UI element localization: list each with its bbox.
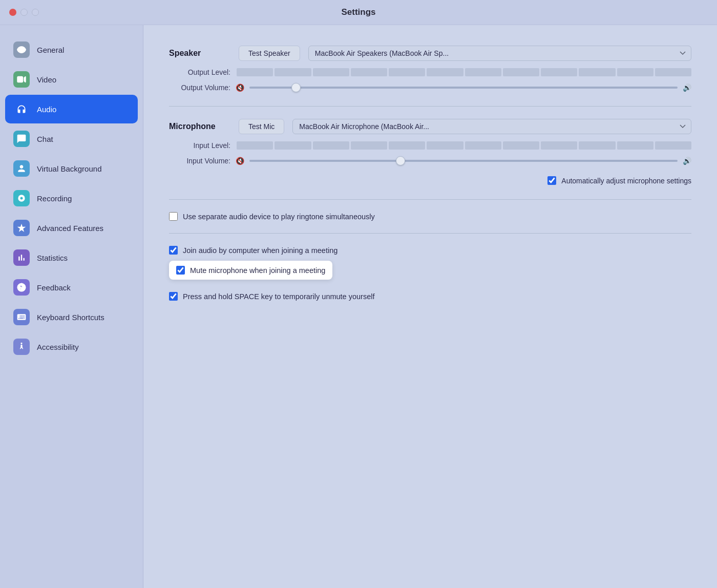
sidebar: General Video Audio [0,25,143,588]
level-seg-11 [617,68,653,76]
mute-mic-highlighted-container: Mute microphone when joining a meeting [169,261,691,286]
microphone-input-level-row: Input Level: [169,141,691,150]
sidebar-label-keyboard-shortcuts: Keyboard Shortcuts [37,313,104,322]
chat-icon [13,131,30,147]
input-volume-label: Input Volume: [169,157,230,165]
sidebar-label-virtual-background: Virtual Background [37,164,101,173]
general-icon [13,41,30,58]
speaker-volume-row: Output Volume: 🔇 🔊 [169,83,691,92]
space-key-checkbox[interactable] [169,292,178,301]
microphone-header: Microphone Test Mic MacBook Air Micropho… [169,119,691,134]
main-layout: General Video Audio [0,25,717,588]
input-seg-11 [617,141,653,150]
volume-high-icon: 🔊 [683,83,691,92]
keyboard-shortcuts-icon [13,309,30,325]
sidebar-label-statistics: Statistics [37,254,68,262]
sidebar-label-accessibility: Accessibility [37,343,79,351]
speaker-label: Speaker [169,49,230,58]
mute-mic-row: Mute microphone when joining a meeting [169,261,332,280]
output-level-label: Output Level: [169,68,230,76]
minimize-button[interactable] [20,9,28,16]
level-seg-1 [237,68,273,76]
audio-icon [13,101,30,117]
traffic-lights [9,9,39,16]
sidebar-item-feedback[interactable]: Feedback [5,273,138,302]
level-seg-10 [579,68,615,76]
sidebar-label-general: General [37,46,64,54]
test-mic-button[interactable]: Test Mic [239,119,284,134]
auto-adjust-checkbox[interactable] [547,176,556,185]
separate-audio-label: Use separate audio device to play ringto… [183,213,375,221]
level-seg-3 [313,68,349,76]
recording-icon [13,190,30,206]
close-button[interactable] [9,9,16,16]
input-seg-6 [427,141,463,150]
test-speaker-button[interactable]: Test Speaker [239,46,300,61]
input-seg-3 [313,141,349,150]
mic-volume-low-icon: 🔇 [236,157,244,165]
title-bar: Settings [0,0,717,25]
sidebar-label-video: Video [37,75,56,84]
level-seg-5 [389,68,425,76]
feedback-icon [13,279,30,296]
sidebar-item-general[interactable]: General [5,35,138,64]
sidebar-item-virtual-background[interactable]: Virtual Background [5,154,138,183]
level-seg-2 [275,68,311,76]
mute-mic-checkbox[interactable] [176,266,185,275]
sidebar-item-advanced-features[interactable]: Advanced Features [5,214,138,242]
speaker-header: Speaker Test Speaker MacBook Air Speaker… [169,46,691,61]
join-audio-checkbox[interactable] [169,246,178,255]
speaker-section: Speaker Test Speaker MacBook Air Speaker… [169,46,691,92]
input-seg-2 [275,141,311,150]
svg-point-1 [20,197,23,200]
sidebar-label-audio: Audio [37,105,56,114]
input-seg-12 [655,141,691,150]
level-seg-12 [655,68,691,76]
maximize-button[interactable] [32,9,39,16]
input-volume-slider[interactable] [249,160,678,162]
sidebar-item-recording[interactable]: Recording [5,184,138,213]
input-level-bar [237,141,691,150]
speaker-device-select[interactable]: MacBook Air Speakers (MacBook Air Sp... [308,46,691,61]
advanced-features-icon [13,220,30,236]
level-seg-8 [503,68,539,76]
output-volume-slider[interactable] [249,87,678,89]
separate-audio-row: Use separate audio device to play ringto… [169,212,691,221]
sidebar-label-chat: Chat [37,135,53,143]
level-seg-7 [465,68,501,76]
input-seg-7 [465,141,501,150]
join-audio-row: Join audio by computer when joining a me… [169,246,691,255]
divider-mic-options [169,199,691,200]
divider-speaker-mic [169,106,691,107]
sidebar-item-chat[interactable]: Chat [5,124,138,153]
sidebar-label-feedback: Feedback [37,283,71,292]
auto-adjust-label: Automatically adjust microphone settings [561,177,691,185]
join-audio-label: Join audio by computer when joining a me… [183,246,338,255]
sidebar-item-accessibility[interactable]: Accessibility [5,332,138,361]
microphone-label: Microphone [169,122,230,131]
auto-adjust-row: Automatically adjust microphone settings [169,176,691,185]
level-seg-6 [427,68,463,76]
space-key-row: Press and hold SPACE key to temporarily … [169,292,691,301]
input-seg-1 [237,141,273,150]
microphone-volume-row: Input Volume: 🔇 🔊 [169,157,691,165]
microphone-device-select[interactable]: MacBook Air Microphone (MacBook Air... [292,119,691,134]
space-key-label: Press and hold SPACE key to temporarily … [183,292,375,301]
input-level-label: Input Level: [169,141,230,150]
sidebar-item-video[interactable]: Video [5,65,138,94]
level-seg-9 [541,68,577,76]
sidebar-item-audio[interactable]: Audio [5,95,138,123]
output-volume-label: Output Volume: [169,83,230,92]
statistics-icon [13,249,30,266]
speaker-output-level-row: Output Level: [169,68,691,76]
video-icon [13,71,30,88]
virtual-background-icon [13,160,30,177]
input-seg-4 [351,141,387,150]
input-seg-8 [503,141,539,150]
sidebar-item-keyboard-shortcuts[interactable]: Keyboard Shortcuts [5,303,138,331]
sidebar-item-statistics[interactable]: Statistics [5,243,138,272]
input-seg-5 [389,141,425,150]
separate-audio-checkbox[interactable] [169,212,178,221]
volume-low-icon: 🔇 [236,83,244,92]
window-title: Settings [341,7,375,17]
